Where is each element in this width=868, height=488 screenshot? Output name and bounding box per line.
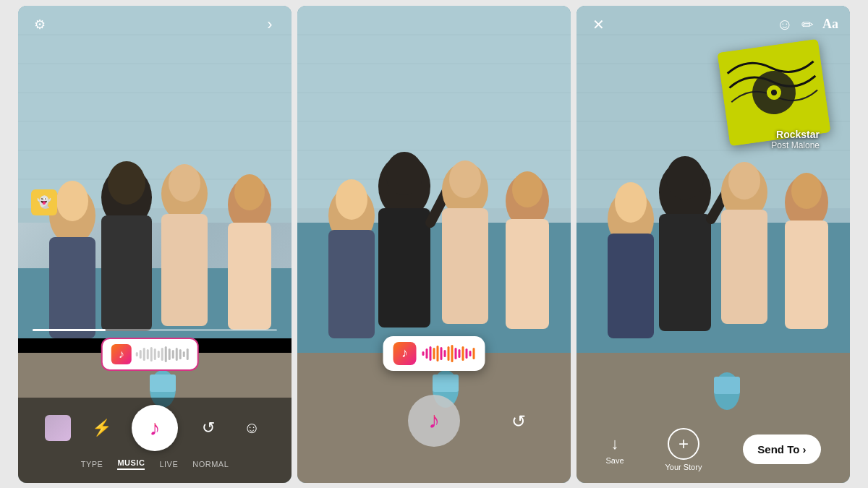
svg-point-35 <box>336 179 367 220</box>
mode-selector-row: TYPE MUSIC LIVE NORMAL <box>18 458 292 470</box>
gallery-button[interactable] <box>45 415 71 441</box>
music-note-icon: ♪ <box>119 348 124 361</box>
svg-rect-71 <box>714 377 740 394</box>
lightning-icon: ⚡ <box>92 419 111 437</box>
svg-point-15 <box>108 161 145 205</box>
effects-button[interactable]: ☺ <box>239 415 265 441</box>
mode-live[interactable]: LIVE <box>159 460 178 468</box>
music-note-icon-2: ♪ <box>401 346 408 361</box>
music-sticker-panel1[interactable]: ♪ <box>101 338 199 371</box>
svg-point-62 <box>666 156 704 200</box>
svg-point-38 <box>386 152 423 195</box>
your-story-button[interactable]: + Your Story <box>665 428 702 471</box>
svg-point-21 <box>234 174 265 210</box>
svg-point-59 <box>615 182 647 223</box>
effects-icon: ☺ <box>244 419 260 437</box>
music-note-main: ♪ <box>150 416 161 440</box>
refresh-icon: ↺ <box>202 419 215 437</box>
refresh-button-2[interactable]: ↺ <box>506 409 531 434</box>
lightning-button[interactable]: ⚡ <box>88 415 114 441</box>
forward-icon[interactable]: › <box>260 14 280 35</box>
sticker-button[interactable]: ☺ <box>777 15 793 34</box>
settings-icon[interactable]: ⚙ <box>30 14 50 35</box>
svg-point-12 <box>56 181 88 221</box>
phone-panel-3: Rockstar Post Malone ✕ ☺ ✏ Aa ↓ Save + Y… <box>576 6 850 483</box>
phone-panel-1: 👻 ♪ ⚙ › <box>18 6 292 483</box>
song-info: Rockstar Post Malone <box>771 129 820 150</box>
mode-normal[interactable]: NORMAL <box>192 460 229 468</box>
svg-rect-23 <box>150 374 176 392</box>
song-title: Rockstar <box>771 129 820 140</box>
music-sticker-playing[interactable]: ♪ <box>383 336 485 371</box>
svg-point-69 <box>791 173 822 209</box>
svg-rect-34 <box>328 230 375 338</box>
svg-rect-61 <box>659 214 711 331</box>
svg-rect-11 <box>49 237 95 338</box>
timeline-progress <box>33 329 106 331</box>
svg-rect-58 <box>608 234 654 338</box>
draw-button[interactable]: ✏ <box>801 16 814 33</box>
panel3-top-bar: ✕ ☺ ✏ Aa <box>576 14 850 35</box>
music-gradient-icon: ♪ <box>111 344 132 364</box>
save-button[interactable]: ↓ Save <box>605 435 624 465</box>
svg-point-66 <box>728 162 760 200</box>
svg-point-18 <box>169 164 200 202</box>
svg-rect-44 <box>506 219 549 329</box>
close-button[interactable]: ✕ <box>588 14 608 35</box>
capture-row: ⚡ ♪ ↺ ☺ <box>18 405 292 451</box>
mode-type[interactable]: TYPE <box>81 460 103 468</box>
save-label: Save <box>605 456 624 465</box>
phone-panel-2: ♪ ♪ ↺ <box>297 6 571 483</box>
music-note-big: ♪ <box>428 407 440 434</box>
big-music-button[interactable]: ♪ <box>408 395 460 447</box>
waveform-display-2 <box>422 344 475 363</box>
your-story-label: Your Story <box>665 463 702 471</box>
svg-rect-68 <box>785 221 828 329</box>
svg-rect-17 <box>161 214 208 326</box>
music-timeline[interactable] <box>33 329 277 331</box>
waveform-display <box>136 346 189 363</box>
save-arrow-icon: ↓ <box>610 435 618 453</box>
plus-icon: + <box>678 434 689 454</box>
music-capture-button[interactable]: ♪ <box>132 405 178 451</box>
artist-name: Post Malone <box>771 140 820 150</box>
refresh-button[interactable]: ↺ <box>195 415 221 441</box>
your-story-circle: + <box>668 428 699 460</box>
svg-rect-37 <box>378 208 430 328</box>
svg-point-45 <box>512 171 542 207</box>
svg-rect-14 <box>101 215 152 331</box>
bottom-mode-bar: ⚡ ♪ ↺ ☺ TYPE MUSIC LIVE NORMAL <box>18 398 292 483</box>
top-bar: ⚙ › <box>18 14 292 35</box>
music-gradient-icon-2: ♪ <box>393 342 417 365</box>
text-button[interactable]: Aa <box>822 17 838 32</box>
snap-sticker: 👻 <box>31 189 57 215</box>
svg-rect-65 <box>721 210 767 324</box>
panel3-top-right-icons: ☺ ✏ Aa <box>777 15 838 34</box>
svg-point-42 <box>449 160 481 198</box>
send-to-button[interactable]: Send To › <box>743 435 820 464</box>
svg-rect-20 <box>228 223 271 330</box>
send-to-label: Send To › <box>757 443 806 455</box>
svg-rect-47 <box>433 374 459 392</box>
refresh-icon-2: ↺ <box>511 411 526 432</box>
svg-rect-41 <box>442 208 488 324</box>
panel3-bottom-bar: ↓ Save + Your Story Send To › <box>576 428 850 471</box>
mode-music[interactable]: MUSIC <box>117 458 145 470</box>
